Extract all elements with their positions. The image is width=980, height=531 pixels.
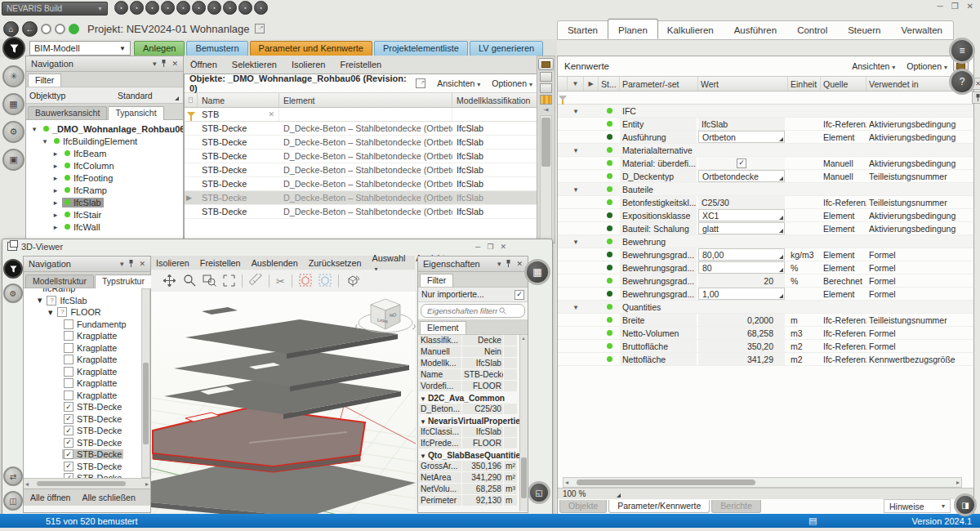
tab-control[interactable]: Control	[787, 21, 838, 39]
kennwerte-group-row[interactable]: ▾Bewehrung	[558, 235, 973, 248]
ansichten-menu[interactable]: Ansichten▾	[852, 61, 895, 71]
minimize-icon[interactable]: ─	[938, 2, 943, 11]
visibility-checkbox[interactable]	[64, 462, 74, 471]
visibility-checkbox[interactable]	[64, 438, 74, 448]
quick-access-button-6[interactable]: ▪	[192, 1, 206, 15]
kennwerte-param-row[interactable]: Betonfestigkeitskl...C25/30Ifc-ReferenzT…	[558, 196, 973, 209]
tree-item-ifcslab[interactable]: ▸IfcSlab	[26, 196, 183, 208]
viewport-3d[interactable]: Links NO	[151, 292, 416, 514]
zoom-level[interactable]: 100 %	[563, 489, 586, 498]
notes-circle-button[interactable]: ◨	[954, 493, 977, 516]
kennwerte-group-row[interactable]: ▾Quantities	[558, 301, 973, 314]
tab-kalkulieren[interactable]: Kalkulieren	[657, 21, 724, 39]
viewer-tree-item-kragplatte[interactable]: Kragplatte	[24, 354, 150, 366]
visibility-checkbox[interactable]	[64, 402, 74, 412]
optionen-menu[interactable]: Optionen▾	[906, 61, 947, 71]
lv-generieren-button[interactable]: LV generieren	[470, 41, 543, 56]
viewer-tree-item-stb-decke[interactable]: STB-Decke	[24, 461, 150, 473]
column-header-quelle[interactable]: Quelle	[821, 77, 866, 91]
viewer-tree-item-kragplatte[interactable]: Kragplatte	[24, 330, 150, 342]
objekttyp-dropdown[interactable]: Standard	[114, 90, 180, 101]
zoom-fit-icon[interactable]	[223, 274, 235, 288]
minimize-icon[interactable]: ─	[475, 243, 480, 251]
bemustern-button[interactable]: Bemustern	[186, 41, 247, 56]
objects-row[interactable]: STB-DeckeD_Decke-Beton – Stahlbetondecke…	[185, 163, 537, 177]
tree-item-ifcbuildingelement[interactable]: ▾IfcBuildingElement	[26, 135, 183, 147]
ausblenden-button[interactable]: Ausblenden	[252, 258, 298, 268]
objects-row[interactable]: STB-DeckeD_Decke-Beton – Stahlbetondecke…	[185, 177, 537, 191]
tab-steuern[interactable]: Steuern	[838, 21, 891, 39]
viewer-tree-item-kragplatte[interactable]: Kragplatte	[24, 377, 150, 390]
pan-icon[interactable]	[163, 274, 176, 289]
tree-item-ifcfooting[interactable]: ▸IfcFooting	[26, 172, 183, 184]
help-circle-button[interactable]: ?	[949, 69, 975, 95]
selektieren-button[interactable]: Selektieren	[232, 60, 277, 69]
kennwerte-param-row[interactable]: Bewehrungsgrad...80%ElementFormel	[558, 261, 973, 274]
external-link-icon[interactable]: ↗	[416, 78, 425, 88]
viewer-tree-item-kragplatte[interactable]: Kragplatte	[24, 366, 150, 378]
eigenschaften-row[interactable]: IfcClassi...IfcSlab	[419, 426, 527, 437]
objects-row[interactable]: STB-DeckeD_Decke-Beton – Stahlbetondecke…	[185, 149, 537, 163]
quick-access-button-5[interactable]: ▪	[176, 1, 190, 15]
visibility-checkbox[interactable]	[64, 378, 74, 388]
viewer-tree-item-fundamentp[interactable]: Fundamentp	[24, 319, 150, 331]
anlegen-button[interactable]: Anlegen	[134, 41, 185, 56]
calculator-circle-button[interactable]: ▦	[2, 93, 24, 115]
bottom-tab-parameter-kennwerte[interactable]: Parameter/Kennwerte	[608, 500, 710, 513]
layout-square-1[interactable]	[540, 72, 552, 82]
menu-circle-button[interactable]: ≡	[949, 38, 975, 64]
tab-planen[interactable]: Planen	[608, 19, 658, 39]
eigenschaften-group-nevarisvirtualproperties[interactable]: ▼NevarisVirtualProperties	[418, 415, 528, 426]
zoom-window-icon[interactable]	[203, 274, 216, 288]
eigenschaften-row[interactable]: Perimeter92,130m	[419, 495, 527, 506]
kennwerte-param-row[interactable]: Bewehrungsgrad...1,00ElementFormel	[558, 288, 973, 301]
column-header-element[interactable]: Element	[279, 93, 452, 107]
layout-square-2[interactable]	[540, 83, 552, 93]
ansichten-menu[interactable]: Ansichten▾	[437, 78, 480, 88]
visibility-checkbox[interactable]	[64, 449, 74, 459]
tab-element[interactable]: Element	[420, 321, 466, 334]
tab-ausführen[interactable]: Ausführen	[724, 21, 787, 39]
clipbox-red-icon[interactable]	[299, 274, 312, 288]
alle-schliessen-link[interactable]: Alle schließen	[82, 493, 135, 502]
viewer-filter-button[interactable]	[3, 259, 23, 279]
kennwerte-group-row[interactable]: ▾Bauteile	[558, 183, 973, 196]
eigenschaften-row[interactable]: Modellk...IfcSlab	[419, 358, 527, 368]
close-icon[interactable]: ✕	[967, 2, 973, 11]
visibility-checkbox[interactable]	[64, 414, 74, 424]
close-icon[interactable]: ✕	[500, 243, 506, 251]
hinweise-button[interactable]: Hinweise▾	[884, 499, 951, 513]
viewer-tree-item-stb-decke[interactable]: STB-Decke	[24, 437, 150, 449]
quick-access-button-3[interactable]: ▪	[145, 1, 159, 15]
viewer-tree-item-kragplatte[interactable]: Kragplatte	[24, 342, 150, 355]
tree-item-ifcbeam[interactable]: ▸IfcBeam	[26, 147, 183, 159]
kennwerte-param-row[interactable]: D_DeckentypOrtbetondeckeManuellTeilleist…	[558, 170, 973, 183]
kennwerte-param-row[interactable]: Bewehrungsgrad...20%BerechnetFormel	[558, 274, 973, 288]
pin-columns-icon[interactable]: ⇥	[543, 106, 549, 114]
eigenschaften-group-qto_slabbasequantities[interactable]: ▼Qto_SlabBaseQuantities	[418, 449, 528, 461]
column-header-einheit[interactable]: Einheit	[788, 77, 821, 91]
freistellen-button[interactable]: Freistellen	[340, 60, 381, 69]
export-circle-button[interactable]: ◱	[528, 481, 550, 504]
name-filter-input[interactable]: STB ✕	[198, 108, 279, 121]
kennwerte-param-row[interactable]: Nettofläche341,29m2Ifc-ReferenzKennwertb…	[558, 353, 973, 366]
column-header-modellklassifikation[interactable]: Modellklassifikation	[452, 93, 537, 107]
viewer-tree-item-kragplatte[interactable]: Kragplatte	[24, 390, 150, 402]
module-selector[interactable]: BIM-Modell ▼	[29, 41, 131, 56]
kennwerte-param-row[interactable]: ExpositionsklasseXC1ElementAktivierungsb…	[558, 209, 973, 222]
visibility-checkbox[interactable]	[64, 343, 74, 353]
quick-access-button-9[interactable]: ▪	[238, 1, 252, 15]
viewer-tree-item-ifcslab[interactable]: ▾IfcSlab	[24, 295, 150, 307]
clipboard-icon[interactable]: ▤	[808, 515, 817, 526]
tab-modellstruktur[interactable]: Modellstruktur	[25, 274, 94, 288]
tab-typansicht[interactable]: Typansicht	[108, 106, 163, 120]
layout-square-active[interactable]	[540, 95, 552, 105]
settings-circle-button[interactable]: ⚙	[2, 121, 24, 143]
eigenschaften-row[interactable]: Klassifik...Decke	[419, 335, 527, 346]
objects-row[interactable]: STB-DeckeD_Decke-Beton – Stahlbetondecke…	[185, 122, 537, 136]
visibility-checkbox[interactable]	[64, 367, 74, 377]
eigenschaften-row[interactable]: GrossAr...350,196m²	[419, 461, 527, 471]
clear-filter-icon[interactable]: ✕	[268, 110, 274, 118]
tab-filter[interactable]: Filter	[28, 74, 61, 87]
viewer-titlebar[interactable]: 3D-Viewer ─ ❐ ✕	[2, 239, 552, 253]
